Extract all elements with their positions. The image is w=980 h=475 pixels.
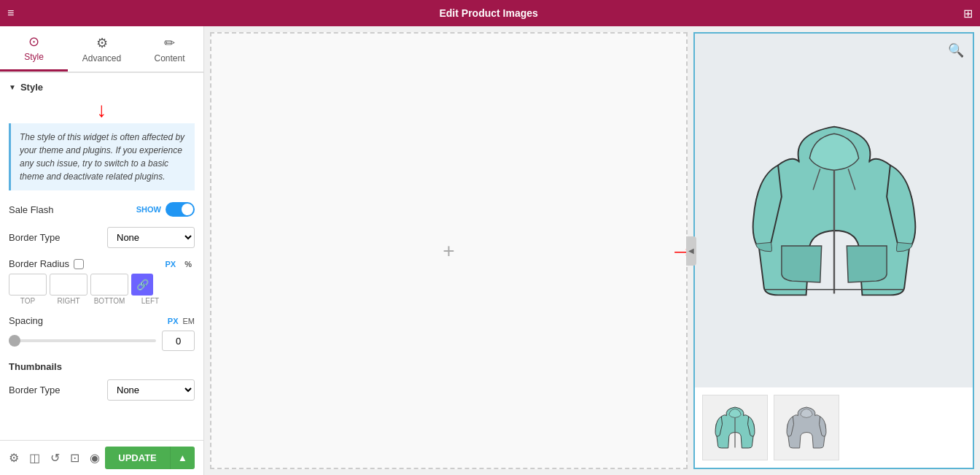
gear-icon[interactable]: ⚙ bbox=[9, 451, 19, 465]
update-button[interactable]: UPDATE bbox=[105, 447, 169, 469]
spacing-value-input[interactable]: 0 bbox=[162, 331, 195, 351]
thumbnails-section-title: Thumbnails bbox=[9, 361, 195, 372]
label-left: LEFT bbox=[131, 297, 169, 305]
panel-content: ▼ Style ↓ The style of this widget is of… bbox=[0, 73, 203, 440]
sale-flash-toggle[interactable] bbox=[166, 202, 195, 217]
top-header: ≡ Edit Product Images ⊞ bbox=[0, 0, 980, 26]
sale-flash-row: Sale Flash SHOW bbox=[9, 202, 195, 217]
info-text: The style of this widget is often affect… bbox=[20, 132, 184, 182]
thumbnail-2-svg bbox=[781, 402, 832, 453]
border-radius-label-group: Border Radius bbox=[9, 258, 84, 269]
tab-content[interactable]: ✏ Content bbox=[136, 26, 203, 72]
border-radius-top[interactable] bbox=[9, 274, 47, 296]
border-radius-row: Border Radius PX % 🔗 TOP RIGHT bbox=[9, 258, 195, 305]
style-icon: ⊙ bbox=[28, 34, 39, 50]
unit-px-btn[interactable]: PX bbox=[163, 259, 179, 269]
border-radius-label: Border Radius bbox=[9, 258, 69, 269]
canvas-area: ◀ + bbox=[210, 32, 688, 469]
red-arrow-down-container: ↓ bbox=[9, 100, 195, 120]
tab-advanced[interactable]: ⚙ Advanced bbox=[68, 26, 136, 72]
spacing-slider-row: 0 bbox=[9, 331, 195, 351]
bottom-footer: ⚙ ◫ ↺ ⊡ ◉ UPDATE ▲ bbox=[0, 440, 203, 475]
thumbnails-border-select[interactable]: None Solid Dashed bbox=[107, 379, 195, 401]
spacing-header: Spacing PX EM bbox=[9, 315, 195, 326]
grid-icon[interactable]: ⊞ bbox=[963, 7, 973, 20]
toggle-show-label: SHOW bbox=[136, 205, 161, 214]
thumbnails-border-label: Border Type bbox=[9, 385, 61, 395]
red-arrow-down-icon: ↓ bbox=[97, 100, 107, 120]
thumbnails-border-row: Border Type None Solid Dashed bbox=[9, 379, 195, 401]
spacing-em-btn[interactable]: EM bbox=[183, 317, 195, 325]
thumbnail-1[interactable] bbox=[702, 395, 768, 460]
border-radius-input-labels: TOP RIGHT BOTTOM LEFT bbox=[9, 297, 195, 305]
sale-flash-toggle-container: SHOW bbox=[136, 202, 195, 217]
left-panel: ⊙ Style ⚙ Advanced ✏ Content ▼ Style ↓ bbox=[0, 26, 204, 475]
border-type-select[interactable]: None Solid Dashed Dotted bbox=[107, 227, 195, 248]
spacing-label: Spacing bbox=[9, 315, 43, 326]
spacing-slider[interactable] bbox=[9, 339, 156, 342]
style-section-header: ▼ Style bbox=[9, 82, 195, 93]
main-layout: ⊙ Style ⚙ Advanced ✏ Content ▼ Style ↓ bbox=[0, 26, 980, 475]
update-btn-group: UPDATE ▲ bbox=[105, 447, 195, 469]
product-main-image: 🔍 bbox=[695, 34, 973, 387]
section-collapse-arrow[interactable]: ▼ bbox=[9, 83, 16, 91]
hamburger-icon[interactable]: ≡ bbox=[7, 7, 14, 20]
layers-icon[interactable]: ◫ bbox=[29, 451, 40, 465]
thumbnail-1-svg bbox=[709, 402, 761, 453]
border-type-label: Border Type bbox=[9, 232, 61, 243]
info-box: The style of this widget is often affect… bbox=[9, 123, 195, 190]
tabs: ⊙ Style ⚙ Advanced ✏ Content bbox=[0, 26, 203, 73]
eye-icon[interactable]: ◉ bbox=[90, 451, 100, 465]
border-radius-bottom[interactable] bbox=[90, 274, 128, 296]
border-radius-right[interactable] bbox=[50, 274, 88, 296]
border-radius-header: Border Radius PX % bbox=[9, 258, 195, 269]
collapse-handle[interactable]: ◀ bbox=[686, 236, 696, 266]
template-icon[interactable]: ⊡ bbox=[70, 451, 79, 465]
spacing-px-btn[interactable]: PX bbox=[168, 317, 179, 325]
tab-advanced-label: Advanced bbox=[82, 53, 121, 63]
style-section-label: Style bbox=[20, 82, 43, 93]
product-thumbnails bbox=[695, 387, 973, 468]
label-right: RIGHT bbox=[50, 297, 88, 305]
tab-style[interactable]: ⊙ Style bbox=[0, 26, 68, 72]
header-title: Edit Product Images bbox=[439, 7, 537, 19]
add-widget-icon[interactable]: + bbox=[443, 239, 454, 263]
product-search-icon[interactable]: 🔍 bbox=[948, 42, 964, 58]
unit-group: PX % bbox=[163, 259, 195, 269]
label-bottom: BOTTOM bbox=[90, 297, 128, 305]
advanced-icon: ⚙ bbox=[96, 35, 108, 51]
corner-icon bbox=[74, 259, 84, 269]
border-radius-inputs: 🔗 bbox=[9, 274, 195, 296]
product-panel: 🔍 bbox=[693, 32, 974, 469]
thumbnail-2[interactable] bbox=[774, 395, 839, 460]
tab-style-label: Style bbox=[24, 52, 44, 62]
sale-flash-label: Sale Flash bbox=[9, 204, 53, 215]
spacing-units: PX EM bbox=[168, 317, 195, 325]
content-icon: ✏ bbox=[164, 35, 175, 51]
unit-pct-btn[interactable]: % bbox=[182, 259, 195, 269]
footer-icons: ⚙ ◫ ↺ ⊡ ◉ bbox=[9, 451, 100, 465]
spacing-row: Spacing PX EM 0 bbox=[9, 315, 195, 351]
history-icon[interactable]: ↺ bbox=[50, 451, 60, 465]
tab-content-label: Content bbox=[154, 53, 184, 63]
link-values-btn[interactable]: 🔗 bbox=[131, 274, 153, 296]
product-image-svg bbox=[743, 105, 925, 317]
canvas-container: ◀ + → 🔍 bbox=[204, 26, 980, 475]
update-dropdown-button[interactable]: ▲ bbox=[170, 447, 195, 469]
border-type-row: Border Type None Solid Dashed Dotted bbox=[9, 227, 195, 248]
label-top: TOP bbox=[9, 297, 47, 305]
